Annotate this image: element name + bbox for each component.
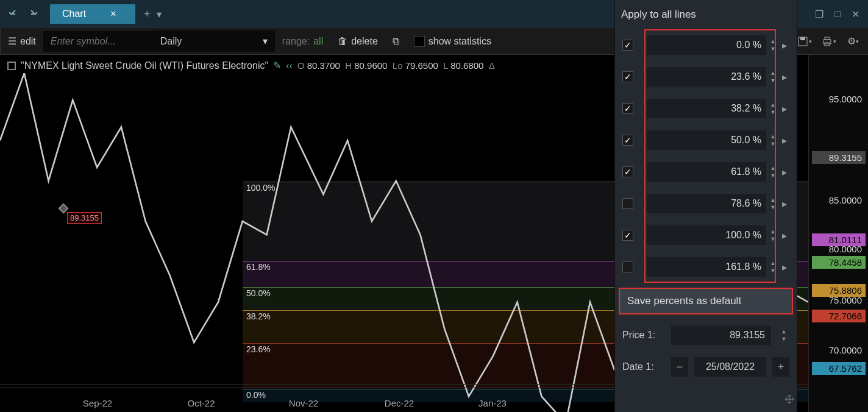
spinner-up[interactable]: ▲ [767,70,778,76]
price-fib-tag: 75.8806 [812,284,866,297]
fib-percent-input[interactable]: 23.6 % [647,67,766,87]
expand-icon[interactable]: ▸ [782,261,793,273]
period-label: Daily [160,36,182,47]
spinner-down[interactable]: ▼ [767,204,778,210]
fib-settings-panel: Apply to all lines ✓ 0.0 % ▲ ▼ ▸ ✓ 23.6 … [614,0,797,412]
expand-icon[interactable]: ▸ [782,40,793,51]
fib-row-checkbox[interactable]: ✓ [622,166,633,177]
date1-minus[interactable]: − [671,357,688,377]
gear-icon[interactable]: ⚙▾ [844,32,862,51]
price-fib-tag: 78.4458 [812,256,866,269]
back-button[interactable] [5,5,22,23]
fib-percent-input[interactable]: 161.8 % [647,257,766,277]
price-tick: 70.0000 [812,344,866,357]
expand-icon[interactable]: ▸ [782,198,793,210]
delete-button[interactable]: 🗑 delete [330,28,385,54]
spinner-up[interactable]: ▲ [767,197,778,203]
save-percents-button[interactable]: Save percents as default [619,288,793,314]
spinner-down[interactable]: ▼ [767,77,778,83]
panel-title: Apply to all lines [615,0,797,29]
time-tick: Dec-22 [385,398,414,408]
spinner-down[interactable]: ▼ [767,109,778,115]
spinner-up[interactable]: ▲ [767,165,778,171]
fib-percent-input[interactable]: 61.8 % [647,162,766,182]
list-icon: ☰ [8,35,16,47]
chevron-down-icon: ▾ [263,35,268,47]
fib-row-checkbox[interactable]: ✓ [622,135,633,146]
expand-icon[interactable]: ▸ [782,230,793,241]
fib-row-checkbox[interactable] [622,198,633,209]
close-icon[interactable]: × [110,9,116,20]
copy-button[interactable]: ⧉ [385,28,407,54]
spinner-up[interactable]: ▲ [767,229,778,235]
time-tick: Oct-22 [187,398,215,408]
expand-icon[interactable]: ▸ [782,166,793,178]
copy-icon: ⧉ [393,36,399,47]
price1-up[interactable]: ▲ [778,329,789,335]
price1-label: Price 1: [622,330,665,341]
drawing-icon: ✎ [273,60,281,71]
fib-percent-input[interactable]: 0.0 % [647,35,766,55]
price-axis: 95.0000 89.3155 85.0000 80.0000 75.0000 … [808,55,868,412]
fib-row-checkbox[interactable]: ✓ [622,40,633,51]
series-checkbox[interactable] [7,62,16,70]
spinner-up[interactable]: ▲ [767,102,778,108]
date1-label: Date 1: [622,361,665,372]
svg-rect-1 [800,37,805,40]
fib-row-checkbox[interactable]: ✓ [622,71,633,82]
print-icon[interactable]: ▾ [819,32,838,51]
range-value[interactable]: all [313,36,323,47]
stats-label: show statistics [429,36,491,47]
price-tick: 85.0000 [812,194,866,207]
date1-input[interactable]: 25/08/2022 [694,357,766,377]
resize-handle-icon[interactable] [783,392,796,408]
maximize-window-icon[interactable]: □ [834,9,841,20]
fib-percent-input[interactable]: 50.0 % [647,130,766,150]
show-statistics-toggle[interactable]: show statistics [407,28,499,54]
symbol-input[interactable] [43,31,153,52]
fib-row-checkbox[interactable] [622,261,633,272]
series-title: "NYMEX Light Sweet Crude Oil (WTI) Futur… [21,60,268,71]
trash-icon: 🗑 [338,36,347,47]
chart-header: "NYMEX Light Sweet Crude Oil (WTI) Futur… [7,60,495,71]
edit-button[interactable]: ☰ edit [0,28,43,54]
price1-down[interactable]: ▼ [778,336,789,342]
spinner-up[interactable]: ▲ [767,133,778,140]
fib-percent-input[interactable]: 78.6 % [647,194,766,213]
fib-anchor-high-label: 89.3155 [67,212,102,224]
svg-rect-3 [825,37,830,40]
forward-button[interactable] [24,5,41,23]
checkbox-icon [414,36,425,47]
save-icon[interactable]: ▾ [795,32,813,51]
tab-dropdown-button[interactable]: ▾ [157,9,162,20]
price-fib-tag: 81.0111 [812,233,866,246]
date1-plus[interactable]: + [772,357,789,377]
spinner-down[interactable]: ▼ [767,172,778,179]
restore-window-icon[interactable]: ❐ [815,9,824,20]
time-tick: Nov-22 [289,398,318,408]
spinner-down[interactable]: ▼ [767,268,778,274]
expand-icon[interactable]: ▸ [782,135,793,146]
tab-chart[interactable]: Chart × [50,4,135,24]
price1-input[interactable]: 89.3155 [671,325,771,345]
spinner-down[interactable]: ▼ [767,46,778,52]
tab-label: Chart [62,9,86,20]
spinner-down[interactable]: ▼ [767,236,778,242]
expand-icon[interactable]: ▸ [782,71,793,83]
close-window-icon[interactable]: ✕ [852,9,859,20]
spinner-down[interactable]: ▼ [767,141,778,147]
period-select[interactable]: Daily ▾ [153,30,275,52]
fib-row-checkbox[interactable]: ✓ [622,230,633,241]
ohlc-readout: O 80.3700 H 80.9600 Lo 79.6500 L 80.6800… [297,60,495,71]
fib-percent-input[interactable]: 100.0 % [647,226,766,245]
add-tab-button[interactable]: + [144,8,151,21]
spinner-up[interactable]: ▲ [767,38,778,44]
expand-icon[interactable]: ▸ [782,103,793,115]
fib-row-checkbox[interactable]: ✓ [622,103,633,114]
range-label: range: [282,36,310,47]
edit-label: edit [20,36,36,47]
delete-label: delete [351,36,378,47]
spinner-up[interactable]: ▲ [767,260,778,266]
fib-percent-input[interactable]: 38.2 % [647,99,766,118]
price-tick: 95.0000 [812,93,866,105]
